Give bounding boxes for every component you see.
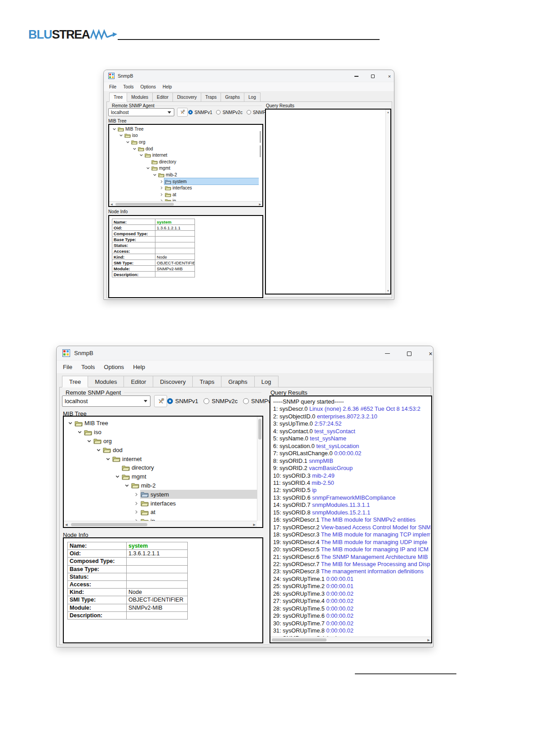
tree-node-content[interactable]: ip <box>164 198 259 201</box>
chevron-right-icon[interactable] <box>159 185 164 190</box>
tree-node-content[interactable]: MIB Tree <box>74 419 257 428</box>
agent-host-combobox[interactable]: localhost <box>108 108 174 116</box>
tree-node-ip[interactable]: ip <box>67 517 257 521</box>
chevron-down-icon[interactable] <box>86 438 92 444</box>
tab-discovery[interactable]: Discovery <box>172 92 201 102</box>
chevron-down-icon[interactable] <box>146 166 150 171</box>
chevron-down-icon[interactable] <box>152 172 157 177</box>
tree-node-content[interactable]: interfaces <box>140 499 257 508</box>
tree-node-directory[interactable]: directory <box>67 463 257 472</box>
tab-log[interactable]: Log <box>254 376 279 387</box>
agent-settings-button[interactable] <box>177 108 188 117</box>
tree-node-content[interactable]: iso <box>124 132 259 139</box>
tree-node-at[interactable]: at <box>112 191 259 198</box>
tree-node-content[interactable]: at <box>140 508 257 517</box>
menu-help[interactable]: Help <box>163 84 172 89</box>
tree-vertical-scrollbar[interactable] <box>259 125 262 201</box>
tree-node-content[interactable]: org <box>93 437 257 446</box>
minimize-button[interactable] <box>353 73 360 80</box>
tree-node-content[interactable]: directory <box>121 463 257 472</box>
tree-node-internet[interactable]: internet <box>67 454 257 463</box>
tree-node-mgmt[interactable]: mgmt <box>112 165 259 172</box>
radio-dot[interactable] <box>216 110 221 114</box>
chevron-down-icon[interactable] <box>139 153 144 158</box>
chevron-down-icon[interactable] <box>77 429 83 435</box>
tab-editor[interactable]: Editor <box>152 92 173 102</box>
chevron-down-icon[interactable] <box>112 127 117 132</box>
tree-node-dod[interactable]: dod <box>67 445 257 454</box>
tree-node-interfaces[interactable]: interfaces <box>112 185 259 191</box>
tree-node-ip[interactable]: ip <box>112 198 259 201</box>
radio-dot[interactable] <box>188 110 193 114</box>
scrollbar-handle[interactable] <box>115 203 174 206</box>
menu-tools[interactable]: Tools <box>81 364 95 370</box>
tree-node-content[interactable]: interfaces <box>164 185 259 191</box>
tree-selection-highlight[interactable]: system <box>164 178 259 185</box>
chevron-right-icon[interactable] <box>133 492 139 497</box>
tree-node-org[interactable]: org <box>67 437 257 446</box>
scroll-right-icon[interactable]: ▶ <box>259 203 261 206</box>
radio-dot[interactable] <box>167 398 173 404</box>
tab-log[interactable]: Log <box>244 92 261 102</box>
radio-snmpv2c[interactable]: SNMPv2c <box>203 398 238 404</box>
tree-node-org[interactable]: org <box>112 139 259 145</box>
tree-node-mgmt[interactable]: mgmt <box>67 472 257 481</box>
tree-node-content[interactable]: mgmt <box>151 165 259 172</box>
agent-settings-button[interactable] <box>154 395 167 407</box>
tab-tree[interactable]: Tree <box>109 92 127 102</box>
tree-node-iso[interactable]: iso <box>67 428 257 437</box>
chevron-down-icon[interactable] <box>132 146 137 151</box>
maximize-button[interactable] <box>369 73 376 80</box>
tab-traps[interactable]: Traps <box>192 376 221 387</box>
radio-snmpv1[interactable]: SNMPv1 <box>188 110 212 115</box>
tree-node-iso[interactable]: iso <box>112 132 259 139</box>
menu-help[interactable]: Help <box>133 364 145 370</box>
chevron-right-icon[interactable] <box>133 509 139 515</box>
chevron-down-icon[interactable] <box>115 474 120 479</box>
menu-tools[interactable]: Tools <box>123 84 133 89</box>
title-bar[interactable]: SnmpB × <box>57 346 433 360</box>
tree-node-content[interactable]: mib-2 <box>131 481 257 490</box>
tree-horizontal-scrollbar[interactable]: ◀ ▶ <box>64 521 257 527</box>
tree-node-content[interactable]: MIB Tree <box>117 126 259 132</box>
tree-node-content[interactable]: at <box>164 191 259 198</box>
tree-node-mib-2[interactable]: mib-2 <box>67 481 257 490</box>
scroll-up-icon[interactable]: ▲ <box>387 111 389 114</box>
chevron-down-icon[interactable] <box>125 140 130 145</box>
menu-file[interactable]: File <box>109 84 116 89</box>
tab-graphs[interactable]: Graphs <box>221 92 244 102</box>
title-bar[interactable]: SnmpB × <box>104 70 394 82</box>
tab-traps[interactable]: Traps <box>201 92 221 102</box>
maximize-button[interactable] <box>405 349 413 358</box>
menu-options[interactable]: Options <box>140 84 155 89</box>
tree-node-interfaces[interactable]: interfaces <box>67 499 257 508</box>
query-horizontal-scrollbar[interactable]: ◀ ▶ <box>270 637 431 642</box>
scroll-right-icon[interactable]: ▶ <box>253 523 256 526</box>
tab-graphs[interactable]: Graphs <box>221 376 255 387</box>
scrollbar-handle[interactable] <box>71 523 147 526</box>
tab-discovery[interactable]: Discovery <box>153 376 193 387</box>
tree-node-content[interactable]: iso <box>84 428 257 437</box>
tree-node-content[interactable]: mib-2 <box>158 171 259 178</box>
radio-snmpv1[interactable]: SNMPv1 <box>167 398 198 404</box>
chevron-down-icon[interactable] <box>105 456 111 462</box>
radio-dot[interactable] <box>247 110 251 114</box>
tree-node-content[interactable]: internet <box>112 454 257 463</box>
scrollbar-handle[interactable] <box>272 638 327 642</box>
tree-node-system[interactable]: system <box>112 178 259 185</box>
scroll-down-icon[interactable]: ▼ <box>387 290 389 292</box>
chevron-right-icon[interactable] <box>133 501 139 506</box>
radio-dot[interactable] <box>203 398 209 404</box>
chevron-right-icon[interactable] <box>159 192 164 197</box>
tab-editor[interactable]: Editor <box>124 376 153 387</box>
radio-snmpv2c[interactable]: SNMPv2c <box>216 110 242 115</box>
scrollbar-handle[interactable] <box>260 131 261 143</box>
tree-node-system[interactable]: system <box>67 490 257 499</box>
chevron-right-icon[interactable] <box>159 179 164 184</box>
chevron-down-icon[interactable] <box>119 133 124 138</box>
radio-dot[interactable] <box>243 398 249 404</box>
chevron-down-icon[interactable] <box>96 447 102 453</box>
tree-node-internet[interactable]: internet <box>112 152 259 158</box>
tree-node-mib-tree[interactable]: MIB Tree <box>67 419 257 428</box>
chevron-down-icon[interactable] <box>124 483 130 488</box>
